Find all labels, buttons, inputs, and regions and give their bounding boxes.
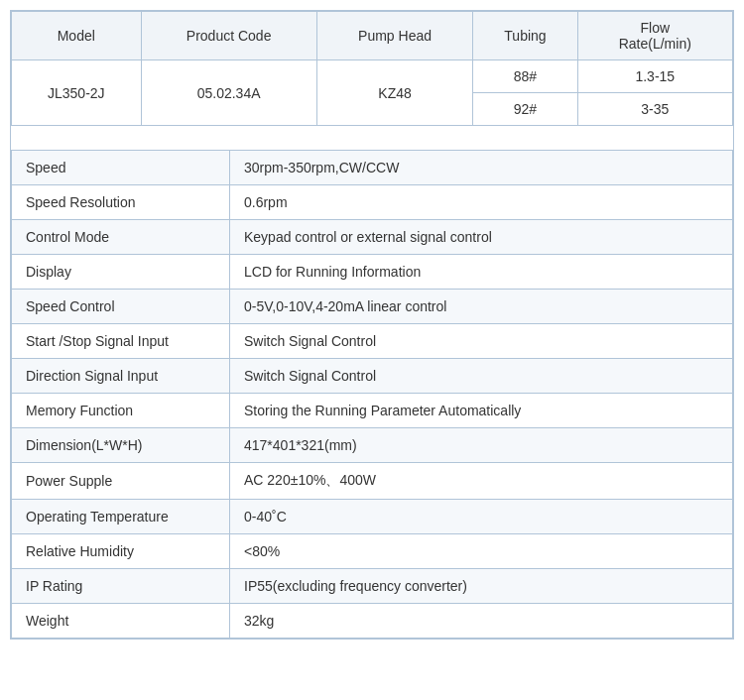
- header-flow-rate: FlowRate(L/min): [577, 12, 732, 60]
- spec-row: Start /Stop Signal InputSwitch Signal Co…: [12, 324, 733, 359]
- spec-value: 0.6rpm: [230, 185, 733, 220]
- spec-value: Switch Signal Control: [230, 359, 733, 394]
- spec-row: Weight32kg: [12, 604, 733, 639]
- spec-row: Speed30rpm-350rpm,CW/CCW: [12, 151, 733, 185]
- spec-label: Control Mode: [12, 220, 230, 255]
- spec-label: Dimension(L*W*H): [12, 428, 230, 463]
- spec-value: 0-40˚C: [230, 500, 733, 534]
- row-tubing-1: 88#: [473, 60, 577, 93]
- spec-value: <80%: [230, 534, 733, 569]
- row-product-code: 05.02.34A: [141, 60, 316, 126]
- header-model: Model: [12, 12, 142, 60]
- product-table: Model Product Code Pump Head Tubing Flow…: [11, 11, 733, 126]
- spacer: [11, 126, 733, 138]
- spec-label: Display: [12, 255, 230, 290]
- row-model: JL350-2J: [12, 60, 142, 126]
- header-tubing: Tubing: [473, 12, 577, 60]
- row-flow-rate-2: 3-35: [577, 93, 732, 126]
- specs-table: Speed30rpm-350rpm,CW/CCWSpeed Resolution…: [11, 150, 733, 639]
- spec-row: Operating Temperature0-40˚C: [12, 500, 733, 534]
- spec-label: IP Rating: [12, 569, 230, 604]
- spec-row: Relative Humidity<80%: [12, 534, 733, 569]
- spec-row: IP RatingIP55(excluding frequency conver…: [12, 569, 733, 604]
- row-tubing-2: 92#: [473, 93, 577, 126]
- spec-value: Storing the Running Parameter Automatica…: [230, 394, 733, 428]
- spec-label: Speed Resolution: [12, 185, 230, 220]
- spec-row: Speed Resolution0.6rpm: [12, 185, 733, 220]
- spec-value: 32kg: [230, 604, 733, 639]
- spec-value: 0-5V,0-10V,4-20mA linear control: [230, 290, 733, 324]
- main-container: Model Product Code Pump Head Tubing Flow…: [10, 10, 734, 640]
- spec-row: Direction Signal InputSwitch Signal Cont…: [12, 359, 733, 394]
- spec-label: Speed Control: [12, 290, 230, 324]
- spec-value: Switch Signal Control: [230, 324, 733, 359]
- spec-label: Start /Stop Signal Input: [12, 324, 230, 359]
- spec-row: Speed Control0-5V,0-10V,4-20mA linear co…: [12, 290, 733, 324]
- spec-row: Power SuppleAC 220±10%、400W: [12, 463, 733, 500]
- spec-row: DisplayLCD for Running Information: [12, 255, 733, 290]
- spec-label: Direction Signal Input: [12, 359, 230, 394]
- spec-row: Control ModeKeypad control or external s…: [12, 220, 733, 255]
- spec-label: Relative Humidity: [12, 534, 230, 569]
- row-pump-head: KZ48: [316, 60, 473, 126]
- spec-value: LCD for Running Information: [230, 255, 733, 290]
- spec-label: Power Supple: [12, 463, 230, 500]
- row-flow-rate-1: 1.3-15: [577, 60, 732, 93]
- spec-value: Keypad control or external signal contro…: [230, 220, 733, 255]
- header-product-code: Product Code: [141, 12, 316, 60]
- spec-label: Operating Temperature: [12, 500, 230, 534]
- spec-value: IP55(excluding frequency converter): [230, 569, 733, 604]
- spec-row: Dimension(L*W*H)417*401*321(mm): [12, 428, 733, 463]
- spec-value: AC 220±10%、400W: [230, 463, 733, 500]
- spec-row: Memory FunctionStoring the Running Param…: [12, 394, 733, 428]
- spec-label: Speed: [12, 151, 230, 185]
- spec-label: Memory Function: [12, 394, 230, 428]
- spec-label: Weight: [12, 604, 230, 639]
- header-pump-head: Pump Head: [316, 12, 473, 60]
- spec-value: 30rpm-350rpm,CW/CCW: [230, 151, 733, 185]
- spec-value: 417*401*321(mm): [230, 428, 733, 463]
